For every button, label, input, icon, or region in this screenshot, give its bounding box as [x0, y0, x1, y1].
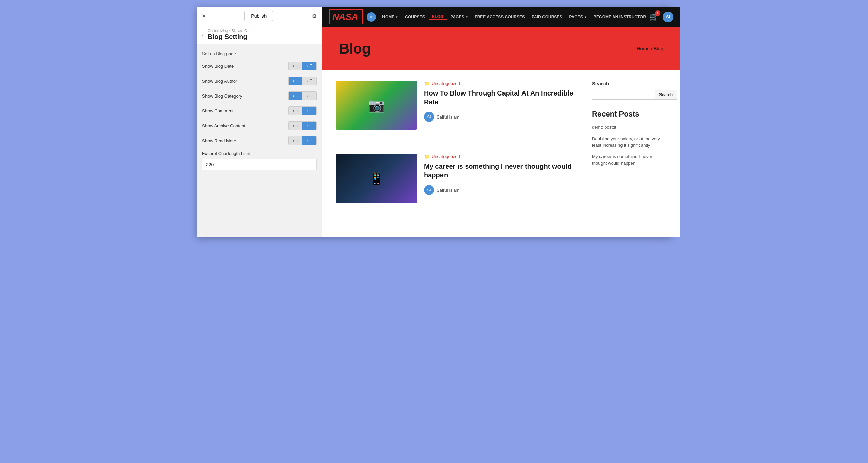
gear-button[interactable]: ⚙ [312, 13, 317, 19]
category-label-1[interactable]: Uncategorized [432, 81, 460, 86]
hero-banner: Blog Home › Blog [322, 27, 680, 70]
toggle-group-blog-category: on off [288, 91, 317, 100]
panel-content: Set up Blog page Show Blog Date on off S… [197, 44, 322, 237]
blog-post-card-2: 📱 📁 Uncategorized My career is something… [336, 154, 578, 213]
nav-item-pages[interactable]: PAGES ▼ [447, 15, 471, 19]
hero-breadcrumb: Home › Blog [637, 46, 663, 51]
toggle-on-archive-content[interactable]: on [289, 122, 302, 130]
setting-label-show-comment: Show Comment [202, 108, 233, 113]
setting-label-archive-content: Show Archive Content [202, 123, 245, 128]
toggle-off-blog-author[interactable]: off [302, 77, 316, 85]
setting-label-blog-category: Show Blog Category [202, 93, 242, 99]
post-title-2[interactable]: My career is something I never thought w… [424, 162, 578, 180]
cart-icon-wrapper[interactable]: 🛒 1 [649, 13, 658, 21]
toggle-group-show-comment: on off [288, 106, 317, 115]
toggle-off-show-comment[interactable]: off [302, 107, 316, 115]
toggle-group-read-more: on off [288, 136, 317, 145]
toggle-on-blog-author[interactable]: on [289, 77, 302, 85]
post-author-2: SI Saiful Islam [424, 185, 578, 195]
user-avatar-nav[interactable]: SI [663, 12, 673, 22]
recent-posts-widget: Recent Posts demo postttt Doubling your … [592, 110, 667, 167]
nav-item-home[interactable]: HOME ▼ [379, 15, 401, 19]
cart-badge: 1 [655, 10, 660, 16]
toggle-group-blog-author: on off [288, 77, 317, 85]
nav-links: HOME ▼ COURSES BLOG PAGES ▼ FREE ACCESS … [379, 14, 649, 20]
panel-title: Blog Setting [208, 33, 257, 41]
website-preview: NASA ✏ HOME ▼ COURSES BLOG PAGES ▼ FREE … [322, 7, 680, 237]
toggle-on-blog-date[interactable]: on [289, 62, 302, 70]
back-button[interactable]: ‹ [202, 31, 204, 38]
setting-label-read-more: Show Read More [202, 138, 236, 143]
nasa-logo: NASA [329, 9, 363, 24]
excerpt-label: Excerpt Charlength Limit [202, 151, 317, 156]
search-input[interactable] [592, 90, 655, 100]
setting-label-blog-author: Show Blog Author [202, 79, 237, 84]
setting-row-blog-category: Show Blog Category on off [202, 91, 317, 100]
search-button[interactable]: Search [655, 90, 677, 100]
pages-dropdown-arrow: ▼ [465, 16, 468, 19]
setting-row-archive-content: Show Archive Content on off [202, 121, 317, 130]
breadcrumb-current: Blog [654, 46, 663, 51]
recent-post-item-3[interactable]: My career is something I never thought w… [592, 153, 667, 167]
category-label-2[interactable]: Uncategorized [432, 154, 460, 159]
close-button[interactable]: × [202, 13, 206, 20]
section-label: Set up Blog page [202, 51, 317, 56]
post-meta-2: 📁 Uncategorized My career is something I… [424, 154, 578, 203]
hero-title: Blog [339, 41, 371, 57]
toggle-on-blog-category[interactable]: on [289, 92, 302, 100]
nav-item-free-access[interactable]: FREE ACCESS COURSES [471, 15, 528, 19]
breadcrumb-inner: Customizing • Skillate Options Blog Sett… [208, 29, 257, 41]
thumbnail-image-2: 📱 [336, 154, 417, 203]
post-author-1: SI Saiful Islam [424, 112, 578, 122]
author-avatar-1: SI [424, 112, 434, 122]
recent-post-item-2[interactable]: Doubling your salary, or at the very lea… [592, 135, 667, 149]
blog-posts: 📷 📁 Uncategorized How To Blow Through Ca… [336, 81, 578, 227]
nav-item-courses[interactable]: COURSES [401, 15, 428, 19]
blog-sidebar: Search Search Recent Posts demo postttt … [592, 81, 667, 227]
nav-right: 🛒 1 SI [649, 12, 673, 22]
post-category-1: 📁 Uncategorized [424, 81, 578, 86]
toggle-group-archive-content: on off [288, 121, 317, 130]
thumbnail-image-1: 📷 [336, 81, 417, 130]
panel-breadcrumb-bar: ‹ Customizing • Skillate Options Blog Se… [197, 25, 322, 44]
setting-row-blog-date: Show Blog Date on off [202, 62, 317, 70]
author-name-1: Saiful Islam [437, 114, 459, 120]
blog-content-area: 📷 📁 Uncategorized How To Blow Through Ca… [322, 70, 680, 237]
pages2-dropdown-arrow: ▼ [584, 16, 587, 19]
post-title-1[interactable]: How To Blow Through Capital At An Incred… [424, 89, 578, 106]
nav-item-become-instructor[interactable]: BECOME AN INSTRUCTOR [590, 15, 649, 19]
post-thumbnail-1[interactable]: 📷 [336, 81, 417, 130]
folder-icon-1: 📁 [424, 81, 430, 86]
nav-item-pages2[interactable]: PAGES ▼ [566, 15, 590, 19]
author-avatar-2: SI [424, 185, 434, 195]
nav-item-paid-courses[interactable]: PAID COURSES [528, 15, 566, 19]
toggle-group-blog-date: on off [288, 62, 317, 70]
toggle-off-read-more[interactable]: off [302, 136, 316, 145]
recent-posts-title: Recent Posts [592, 110, 667, 119]
blog-post-card-1: 📷 📁 Uncategorized How To Blow Through Ca… [336, 81, 578, 140]
excerpt-input[interactable] [202, 159, 317, 170]
toggle-off-archive-content[interactable]: off [302, 122, 316, 130]
setting-label-blog-date: Show Blog Date [202, 64, 234, 69]
author-name-2: Saiful Islam [437, 188, 459, 193]
edit-icon[interactable]: ✏ [367, 12, 376, 22]
post-thumbnail-2[interactable]: 📱 [336, 154, 417, 203]
folder-icon-2: 📁 [424, 154, 430, 159]
breadcrumb-home[interactable]: Home [637, 46, 649, 51]
search-widget-form: Search [592, 90, 667, 100]
toggle-off-blog-date[interactable]: off [302, 62, 316, 70]
customizer-panel: × Publish ⚙ ‹ Customizing • Skillate Opt… [197, 7, 322, 237]
home-dropdown-arrow: ▼ [395, 16, 398, 19]
setting-row-show-comment: Show Comment on off [202, 106, 317, 115]
excerpt-section: Excerpt Charlength Limit [202, 151, 317, 170]
panel-top-bar: × Publish ⚙ [197, 7, 322, 25]
nav-item-blog[interactable]: BLOG [429, 14, 447, 20]
toggle-on-read-more[interactable]: on [289, 136, 302, 145]
toggle-on-show-comment[interactable]: on [289, 107, 302, 115]
toggle-off-blog-category[interactable]: off [302, 92, 316, 100]
setting-row-blog-author: Show Blog Author on off [202, 77, 317, 85]
breadcrumb-text: Customizing • Skillate Options [208, 29, 257, 33]
recent-post-item-1[interactable]: demo postttt [592, 124, 667, 131]
publish-button[interactable]: Publish [244, 11, 273, 21]
navbar: NASA ✏ HOME ▼ COURSES BLOG PAGES ▼ FREE … [322, 7, 680, 27]
